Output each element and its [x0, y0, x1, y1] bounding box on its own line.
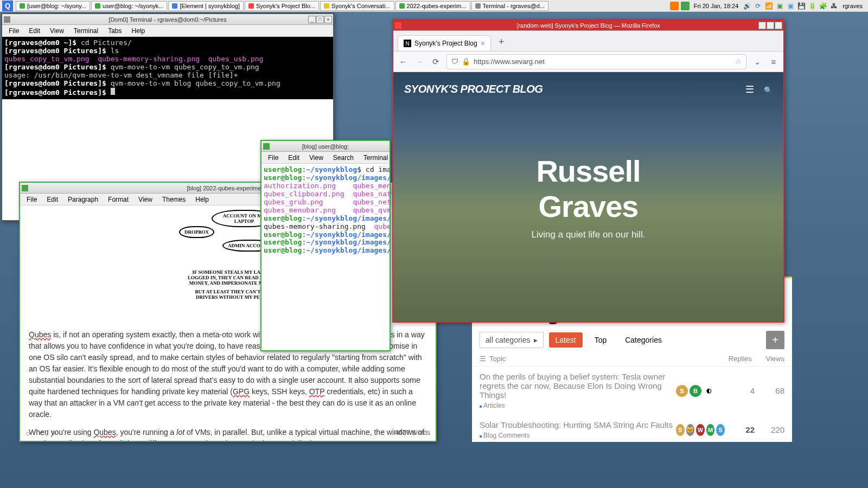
avatar[interactable]: M: [706, 424, 715, 436]
topic-title[interactable]: Solar Troubleshooting: Hunting SMA Strin…: [480, 420, 676, 429]
username[interactable]: rgraves: [840, 3, 865, 9]
window-title: [random-web] Syonyk's Project Blog — Moz…: [516, 22, 660, 29]
topic-views: 220: [755, 425, 784, 434]
taskbar-item[interactable]: Syonyk's Project Blo...: [245, 1, 319, 11]
tray-icon[interactable]: [670, 2, 679, 10]
menu-item[interactable]: View: [134, 195, 157, 204]
avatar[interactable]: 🐱: [686, 424, 695, 436]
menu-item[interactable]: Edit: [42, 195, 62, 204]
menu-item[interactable]: Edit: [284, 153, 304, 163]
list-icon[interactable]: ☰: [480, 355, 486, 363]
maximize-button[interactable]: □: [767, 22, 774, 29]
qubes-menu-icon[interactable]: Q: [2, 1, 13, 11]
tab-latest[interactable]: Latest: [549, 332, 583, 348]
reload-button[interactable]: ⟳: [430, 57, 441, 67]
clock[interactable]: Fri 20 Jan, 18:24: [692, 3, 741, 9]
browser-toolbar: ← → ⟳ 🛡 🔒 https://www.sevarg.net ☆ ⌄ ≡: [393, 52, 783, 72]
disk-icon[interactable]: 💾: [797, 2, 806, 10]
avatar[interactable]: B: [690, 385, 701, 397]
discourse-nav: all categories▸ Latest Top Categories +: [472, 331, 792, 349]
tray-icon[interactable]: [681, 2, 690, 10]
tab-top[interactable]: Top: [588, 332, 614, 348]
menu-item[interactable]: Format: [104, 195, 133, 204]
titlebar[interactable]: [Dom0] Terminal - rgraves@dom0:~/Picture…: [2, 14, 333, 25]
taskbar-item[interactable]: [Element | syonykblog]: [168, 1, 243, 11]
menu-item[interactable]: Themes: [158, 195, 190, 204]
favicon-icon: N: [404, 40, 411, 47]
titlebar[interactable]: [blog] user@blog:: [261, 141, 390, 152]
topic-category[interactable]: Articles: [480, 402, 676, 409]
taskbar-item[interactable]: [user@blog: ~/syony...: [16, 1, 90, 11]
topic-row[interactable]: On the perils of buying a belief system:…: [472, 367, 792, 415]
taskbar-item[interactable]: Syonyk's Conversati...: [320, 1, 394, 11]
menu-item[interactable]: Edit: [24, 26, 44, 36]
topic-title[interactable]: On the perils of buying a belief system:…: [480, 372, 676, 400]
tab-categories[interactable]: Categories: [618, 332, 668, 348]
minimize-button[interactable]: _: [308, 16, 316, 23]
tab-strip: N Syonyk's Project Blog × +: [393, 31, 783, 52]
word-count: 4677 Words: [395, 429, 430, 438]
close-button[interactable]: ×: [775, 22, 782, 29]
menubar[interactable]: FileEditViewTerminalTabsHelp: [2, 25, 333, 37]
lock-icon: 🔒: [462, 57, 470, 66]
avatar[interactable]: ◐: [703, 385, 715, 397]
menu-item[interactable]: View: [46, 26, 68, 36]
bookmark-star-icon[interactable]: ☆: [735, 57, 742, 66]
menu-item[interactable]: Help: [127, 26, 150, 36]
menu-item[interactable]: Tabs: [104, 26, 126, 36]
app-menu-button[interactable]: ≡: [768, 57, 779, 66]
avatar[interactable]: S: [716, 424, 725, 436]
site-title[interactable]: SYONYK'S PROJECT BLOG: [404, 83, 542, 95]
network-icon[interactable]: 🖧: [829, 2, 838, 10]
category-filter[interactable]: all categories▸: [480, 332, 544, 348]
menu-item[interactable]: File: [4, 26, 23, 36]
puzzle-icon[interactable]: 🧩: [819, 2, 827, 10]
menu-item[interactable]: File: [22, 195, 41, 204]
sync-icon[interactable]: ⟳: [754, 2, 762, 10]
new-topic-button[interactable]: +: [766, 331, 784, 349]
editor-statusbar: ○ </> 4677 Words: [25, 429, 430, 438]
terminal-body[interactable]: user@blog:~/syonykblog$ cd images user@b…: [261, 164, 390, 350]
avatar[interactable]: W: [696, 424, 705, 436]
maximize-button[interactable]: □: [316, 16, 324, 23]
bars-icon[interactable]: 📶: [764, 2, 773, 10]
taskbar-item[interactable]: Terminal - rgraves@d...: [471, 1, 548, 11]
volume-icon[interactable]: 🔊: [743, 2, 751, 10]
url-bar[interactable]: 🛡 🔒 https://www.sevarg.net ☆: [446, 54, 746, 69]
cube-icon[interactable]: ▣: [786, 2, 795, 10]
browser-tab[interactable]: N Syonyk's Project Blog ×: [398, 35, 491, 51]
topic-row[interactable]: Solar Troubleshooting: Hunting SMA Strin…: [472, 415, 792, 445]
vm-color-icon: [475, 3, 481, 9]
menu-item[interactable]: File: [264, 153, 283, 163]
battery-icon[interactable]: 🔋: [808, 2, 816, 10]
menu-item[interactable]: Terminal: [69, 26, 103, 36]
new-tab-button[interactable]: +: [493, 33, 510, 51]
minimize-button[interactable]: _: [758, 22, 766, 29]
terminal-body[interactable]: [rgraves@dom0 ~]$ cd Pictures/ [rgraves@…: [2, 37, 333, 99]
hamburger-icon[interactable]: [745, 84, 762, 95]
window-title: [Dom0] Terminal - rgraves@dom0:~/Picture…: [108, 16, 226, 23]
shield-icon[interactable]: 🛡: [451, 57, 458, 66]
menubar[interactable]: FileEditViewSearchTerminalHelp: [261, 152, 390, 164]
menu-item[interactable]: Paragraph: [63, 195, 103, 204]
vm-color-icon: [263, 143, 270, 150]
avatar[interactable]: S: [676, 385, 688, 397]
pocket-icon[interactable]: ⌄: [752, 57, 763, 67]
topic-category[interactable]: Blog Comments: [480, 432, 676, 439]
cube-icon[interactable]: ▣: [775, 2, 784, 10]
search-icon[interactable]: 🔍: [764, 86, 773, 94]
titlebar[interactable]: [random-web] Syonyk's Project Blog — Moz…: [393, 20, 783, 31]
close-tab-button[interactable]: ×: [481, 39, 485, 48]
forward-button[interactable]: →: [414, 57, 425, 66]
menu-item[interactable]: View: [305, 153, 328, 163]
avatar[interactable]: S: [676, 424, 685, 436]
taskbar-item[interactable]: 2022-qubes-experim...: [395, 1, 470, 11]
menu-item[interactable]: Terminal: [359, 153, 392, 163]
close-button[interactable]: ×: [324, 16, 332, 23]
taskbar-item[interactable]: user@blog: ~/syonyk...: [91, 1, 167, 11]
vm-color-icon: [248, 3, 254, 9]
menu-item[interactable]: Search: [329, 153, 358, 163]
status-icons[interactable]: ○ </>: [25, 429, 60, 438]
menu-item[interactable]: Help: [191, 195, 213, 204]
back-button[interactable]: ←: [398, 57, 409, 66]
